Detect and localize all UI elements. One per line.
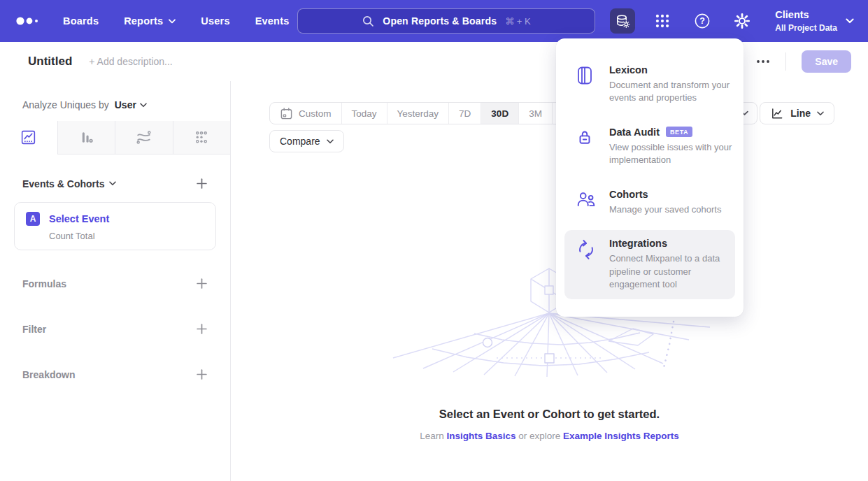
menu-item-lexicon[interactable]: Lexicon Document and transform your even… — [564, 57, 735, 113]
range-7d[interactable]: 7D — [448, 103, 481, 124]
report-actions: Save — [726, 50, 851, 73]
tab-line-chart[interactable] — [0, 121, 57, 155]
event-card-header: A Select Event — [26, 212, 204, 226]
apps-grid-button[interactable] — [650, 8, 675, 34]
line-chart-icon — [20, 129, 37, 146]
cohorts-icon — [576, 189, 597, 216]
menu-item-cohorts[interactable]: Cohorts Manage your saved cohorts — [564, 181, 735, 224]
integrations-icon — [576, 238, 597, 291]
more-options-icon[interactable] — [756, 59, 770, 64]
breakdown-row: Breakdown — [22, 368, 208, 380]
menu-item-text: Cohorts Manage your saved cohorts — [609, 189, 732, 216]
data-management-button[interactable] — [610, 8, 635, 34]
range-yesterday[interactable]: Yesterday — [387, 103, 449, 124]
project-switcher[interactable]: Clients All Project Data — [769, 8, 854, 34]
menu-item-title: Data Audit BETA — [609, 127, 732, 138]
empty-state-subtitle: Learn Insights Basics or explore Example… — [231, 431, 868, 441]
event-card[interactable]: A Select Event Count Total — [14, 202, 216, 250]
select-event-label[interactable]: Select Event — [49, 213, 109, 224]
save-button[interactable]: Save — [802, 50, 851, 73]
add-breakdown-button[interactable] — [196, 368, 208, 380]
tab-bar-chart[interactable] — [57, 121, 115, 155]
org-name: Clients — [775, 8, 837, 22]
report-title[interactable]: Untitled — [28, 55, 72, 69]
report-description-placeholder[interactable]: + Add description... — [89, 56, 172, 67]
nav-item-boards[interactable]: Boards — [63, 15, 99, 27]
menu-item-integrations[interactable]: Integrations Connect Mixpanel to a data … — [564, 230, 735, 299]
range-7d-label: 7D — [459, 108, 471, 119]
nav-item-reports-label: Reports — [124, 15, 163, 27]
range-custom[interactable]: Custom — [270, 103, 341, 124]
add-event-button[interactable] — [196, 178, 208, 189]
integrations-description: Connect Mixpanel to a data pipeline or c… — [609, 252, 732, 291]
explore-text: or explore — [518, 431, 560, 441]
menu-item-data-audit[interactable]: Data Audit BETA View possible issues wit… — [564, 119, 735, 175]
filter-header: Filter — [22, 324, 46, 335]
integrations-title: Integrations — [609, 238, 667, 249]
lexicon-description: Document and transform your events and p… — [609, 79, 732, 105]
chevron-down-icon[interactable] — [140, 103, 147, 108]
help-button[interactable]: ? — [690, 8, 715, 34]
plus-icon — [196, 323, 208, 335]
grid-dots-icon — [654, 13, 671, 29]
cohorts-description: Manage your saved cohorts — [609, 203, 732, 216]
formulas-header: Formulas — [22, 278, 66, 289]
learn-prefix: Learn — [420, 431, 444, 441]
search-shortcut: ⌘ + K — [505, 16, 531, 27]
data-management-menu: Lexicon Document and transform your even… — [556, 38, 744, 317]
lexicon-icon — [576, 64, 597, 105]
nav-left: Boards Reports Users Events — [15, 0, 314, 42]
project-name: All Project Data — [775, 22, 837, 34]
range-yesterday-label: Yesterday — [397, 108, 439, 119]
range-3m[interactable]: 3M — [518, 103, 552, 124]
compare-button[interactable]: Compare — [269, 130, 344, 152]
range-today-label: Today — [352, 108, 377, 119]
calendar-icon — [280, 107, 293, 120]
global-search-input[interactable]: Open Reports & Boards ⌘ + K — [297, 8, 595, 34]
search-icon — [362, 15, 374, 27]
chevron-down-icon — [846, 18, 854, 24]
nav-item-users-label: Users — [201, 15, 229, 27]
nav-item-events-label: Events — [255, 15, 290, 27]
account-labels: Clients All Project Data — [775, 8, 837, 34]
analyze-uniques-row: Analyze Uniques by User — [22, 99, 208, 110]
app-window: Boards Reports Users Events Open Reports… — [0, 0, 868, 481]
nav-item-events[interactable]: Events — [255, 15, 290, 27]
menu-item-text: Integrations Connect Mixpanel to a data … — [609, 238, 732, 291]
events-cohorts-header[interactable]: Events & Cohorts — [22, 178, 116, 189]
compare-label: Compare — [280, 136, 320, 147]
range-custom-label: Custom — [299, 108, 332, 119]
chevron-down-icon — [109, 181, 116, 186]
chart-type-dropdown[interactable]: Line — [760, 102, 834, 124]
formulas-row: Formulas — [22, 278, 208, 289]
plus-icon — [196, 368, 208, 380]
settings-button[interactable] — [730, 8, 755, 34]
menu-item-title: Lexicon — [609, 64, 732, 76]
plus-icon — [196, 178, 208, 189]
analyze-value-dropdown[interactable]: User — [115, 99, 136, 110]
nav-item-reports[interactable]: Reports — [124, 15, 176, 27]
insights-basics-link[interactable]: Insights Basics — [446, 431, 515, 441]
add-formula-button[interactable] — [196, 278, 208, 289]
plus-icon — [196, 278, 208, 289]
divider — [785, 52, 786, 71]
lexicon-title: Lexicon — [609, 64, 648, 76]
range-today[interactable]: Today — [341, 103, 387, 124]
example-reports-link[interactable]: Example Insights Reports — [563, 431, 679, 441]
tab-stacked-chart[interactable] — [115, 121, 173, 155]
bar-chart-icon — [78, 129, 95, 146]
help-icon: ? — [693, 12, 711, 30]
nav-item-boards-label: Boards — [63, 15, 99, 27]
empty-state: Select an Event or Cohort to get started… — [231, 408, 868, 441]
query-sidebar: Analyze Uniques by User — [0, 81, 231, 481]
tab-metric[interactable] — [173, 121, 231, 155]
events-cohorts-label: Events & Cohorts — [22, 178, 104, 189]
data-audit-icon — [576, 127, 597, 167]
database-gear-icon — [615, 13, 630, 29]
range-30d[interactable]: 30D — [481, 103, 518, 124]
nav-right: ? Clients All Project Data — [610, 0, 854, 42]
nav-item-users[interactable]: Users — [201, 15, 229, 27]
add-filter-button[interactable] — [196, 323, 208, 335]
mixpanel-logo-icon[interactable] — [15, 16, 39, 26]
event-aggregation-label[interactable]: Count Total — [49, 231, 204, 241]
